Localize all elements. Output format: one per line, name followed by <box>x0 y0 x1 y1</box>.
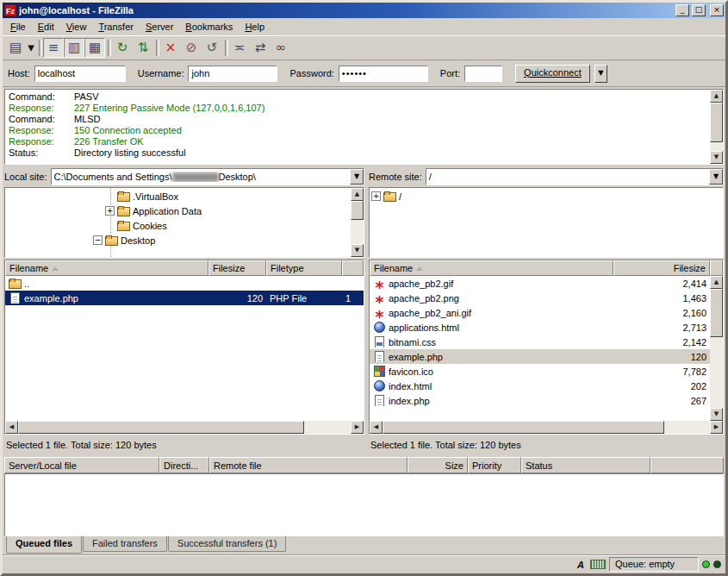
file-row[interactable]: example.php 120 <box>370 349 710 364</box>
toggle-directory-trees-icon[interactable]: ▥ <box>64 38 84 58</box>
scroll-up-icon[interactable]: ▲ <box>710 276 723 289</box>
file-row[interactable]: example.php 120 PHP File 1 <box>5 291 364 305</box>
menu-view[interactable]: View <box>60 19 93 34</box>
scroll-thumb[interactable] <box>710 289 723 337</box>
queue-column-size[interactable]: Size <box>408 457 468 473</box>
file-row[interactable]: applications.html 2,713 <box>370 320 710 335</box>
scroll-down-icon[interactable]: ▼ <box>710 151 723 164</box>
scroll-up-icon[interactable]: ▲ <box>710 90 723 103</box>
file-row[interactable]: apache_pb2.gif 2,414 <box>370 276 710 291</box>
close-button[interactable]: × <box>710 4 724 16</box>
scroll-down-icon[interactable]: ▼ <box>710 408 723 421</box>
tree-item-virtualbox[interactable]: .VirtualBox <box>5 189 351 203</box>
scroll-thumb[interactable] <box>351 201 364 220</box>
page-icon <box>373 395 386 406</box>
separator[interactable] <box>36 38 43 58</box>
menu-edit[interactable]: Edit <box>32 19 60 34</box>
menu-file[interactable]: File <box>4 19 32 34</box>
separator[interactable] <box>105 38 112 58</box>
remote-list-hscrollbar[interactable]: ◀ ▶ <box>370 421 723 434</box>
vscroll-track[interactable] <box>710 289 723 408</box>
queue-column-direction[interactable]: Directi... <box>159 457 209 473</box>
toolbar-glyph: ▾ <box>28 41 34 54</box>
separator[interactable] <box>222 38 229 58</box>
tree-item-cookies[interactable]: Cookies <box>5 218 351 233</box>
find-files-icon[interactable]: ∞ <box>271 38 291 58</box>
local-tree-scrollbar[interactable]: ▲ ▼ <box>351 188 364 257</box>
tree-item-desktop[interactable]: − Desktop <box>5 233 351 247</box>
local-list-hscrollbar[interactable]: ◀ ▶ <box>5 421 364 434</box>
quickconnect-button[interactable]: Quickconnect <box>515 65 590 83</box>
hscroll-track[interactable] <box>383 421 710 434</box>
site-manager-dropdown-icon[interactable]: ▾ <box>26 38 36 58</box>
file-row[interactable]: apache_pb2.png 1,463 <box>370 291 710 305</box>
hscroll-track[interactable] <box>18 421 351 434</box>
tree-scroll-track[interactable] <box>351 201 364 244</box>
queue-column-status[interactable]: Status <box>521 457 650 473</box>
queue-column-server-local-file[interactable]: Server/Local file <box>4 457 159 473</box>
tree-item-application-data[interactable]: + Application Data <box>5 203 351 218</box>
scroll-thumb[interactable] <box>18 421 304 434</box>
scroll-up-icon[interactable]: ▲ <box>351 188 364 201</box>
queue-column-priority[interactable]: Priority <box>468 457 521 473</box>
scroll-down-icon[interactable]: ▼ <box>351 244 364 257</box>
file-row[interactable]: bitnami.css 2,142 <box>370 335 710 349</box>
process-queue-icon[interactable]: ⇅ <box>133 38 153 58</box>
column-header-filename[interactable]: Filename <box>5 260 208 276</box>
remote-site-dropdown-icon[interactable]: ▼ <box>709 169 723 185</box>
scroll-right-icon[interactable]: ▶ <box>351 421 364 434</box>
toggle-message-log-icon[interactable]: ≡ <box>43 38 64 58</box>
password-input[interactable] <box>339 66 428 82</box>
menu-transfer[interactable]: Transfer <box>92 19 140 34</box>
column-header-filename[interactable]: Filename <box>370 260 613 276</box>
scroll-thumb[interactable] <box>383 421 664 434</box>
host-input[interactable] <box>34 66 126 82</box>
remote-list-scrollbar[interactable]: ▲ ▼ <box>710 276 723 421</box>
log-scrollbar[interactable]: ▲ ▼ <box>710 90 723 164</box>
tab-successful-transfers[interactable]: Successful transfers (1) <box>168 536 287 552</box>
site-manager-icon[interactable]: ▤ <box>5 38 26 58</box>
ascii-data-type-icon: A <box>575 560 587 570</box>
refresh-icon[interactable]: ↻ <box>112 38 133 58</box>
menu-help[interactable]: Help <box>239 19 271 34</box>
column-header-filesize[interactable]: Filesize <box>613 260 710 276</box>
local-site-dropdown-icon[interactable]: ▼ <box>350 169 364 185</box>
toggle-transfer-queue-icon[interactable]: ▦ <box>84 38 105 58</box>
remote-site-combobox[interactable]: / ▼ <box>426 168 724 185</box>
file-row[interactable]: index.php 267 <box>370 393 710 408</box>
scroll-right-icon[interactable]: ▶ <box>710 421 723 434</box>
menu-bookmarks[interactable]: Bookmarks <box>179 19 239 34</box>
expander-icon[interactable]: + <box>371 191 381 201</box>
file-row[interactable]: apache_pb2_ani.gif 2,160 <box>370 305 710 320</box>
cancel-icon[interactable]: × <box>160 38 181 58</box>
port-input[interactable] <box>464 66 502 82</box>
file-row[interactable]: index.html 202 <box>370 379 710 393</box>
separator[interactable] <box>153 38 160 58</box>
directory-compare-icon[interactable]: ≍ <box>229 38 250 58</box>
local-site-combobox[interactable]: C:\Documents and Settings\Desktop\ ▼ <box>51 168 364 185</box>
column-header-filetype[interactable]: Filetype <box>266 260 342 276</box>
reconnect-icon[interactable]: ↺ <box>202 38 222 58</box>
scroll-left-icon[interactable]: ◀ <box>370 421 383 434</box>
file-row[interactable]: .. <box>5 276 364 291</box>
menu-server[interactable]: Server <box>140 19 179 34</box>
scroll-left-icon[interactable]: ◀ <box>5 421 18 434</box>
log-scroll-track[interactable] <box>710 103 723 151</box>
username-input[interactable] <box>188 66 277 82</box>
expander-icon[interactable]: + <box>105 206 115 216</box>
scroll-thumb[interactable] <box>710 103 723 142</box>
minimize-button[interactable]: _ <box>675 4 689 16</box>
toolbar-glyph: × <box>165 41 177 54</box>
queue-column-remote-file[interactable]: Remote file <box>209 457 408 473</box>
quickconnect-dropdown-icon[interactable]: ▼ <box>594 65 607 83</box>
file-row[interactable]: favicon.ico 7,782 <box>370 364 710 379</box>
disconnect-icon[interactable]: ⊘ <box>181 38 202 58</box>
expander-icon[interactable]: − <box>93 235 103 245</box>
sync-browsing-icon[interactable]: ⇄ <box>250 38 271 58</box>
tab-queued-files[interactable]: Queued files <box>6 536 82 554</box>
maximize-button[interactable]: □ <box>692 4 706 16</box>
tab-failed-transfers[interactable]: Failed transfers <box>83 536 167 552</box>
column-header-lastmodified[interactable] <box>342 260 364 276</box>
tree-item-root[interactable]: + / <box>370 189 723 203</box>
column-header-filesize[interactable]: Filesize <box>208 260 266 276</box>
